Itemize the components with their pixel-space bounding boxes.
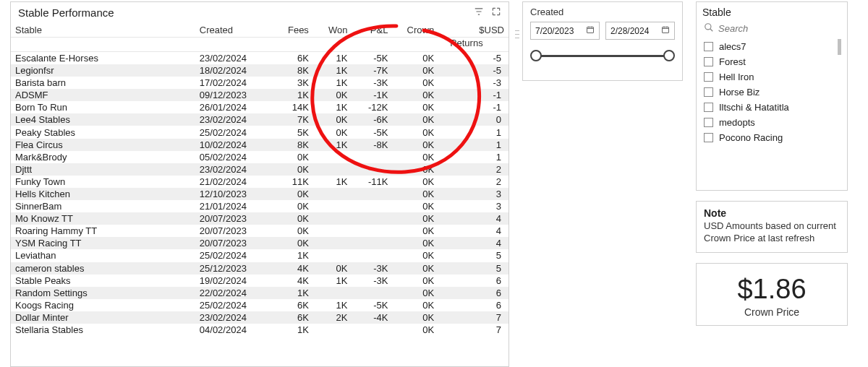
cell-pl: -8K	[352, 139, 392, 151]
stable-list: alecs7ForestHell IronHorse BizIltschi & …	[702, 39, 841, 187]
cell-fees: 11K	[274, 176, 313, 188]
col-fees[interactable]: Fees	[274, 22, 313, 38]
stable-slicer-card: Stable alecs7ForestHell IronHorse BizIlt…	[696, 1, 848, 191]
cell-usd: 7	[438, 311, 509, 324]
stable-search[interactable]	[702, 21, 841, 39]
panel-splitter[interactable]	[515, 27, 519, 53]
table-row[interactable]: Legionfsr18/02/20248K1K-7K0K-5	[11, 64, 509, 77]
table-row[interactable]: Roaring Hammy TT20/07/20230K0K4	[11, 225, 509, 237]
stable-slicer-item[interactable]: Pocono Racing	[702, 130, 841, 145]
table-row[interactable]: Funky Town21/02/202411K1K-11K0K2	[11, 176, 509, 188]
stable-slicer-item[interactable]: Forest	[702, 54, 841, 69]
date-start-value: 7/20/2023	[535, 26, 574, 36]
table-row[interactable]: Djttt23/02/20240K0K2	[11, 163, 509, 176]
table-row[interactable]: Born To Run26/01/202414K1K-12K0K-1	[11, 101, 509, 113]
cell-crown: 0K	[392, 324, 438, 336]
cell-created: 25/12/2023	[195, 262, 275, 275]
cell-pl: -11K	[352, 176, 392, 188]
crown-price-value: $1.86	[704, 274, 840, 305]
note-title: Note	[704, 207, 840, 219]
stable-slicer-item[interactable]: Hell Iron	[702, 69, 841, 85]
date-start-input[interactable]: 7/20/2023	[530, 22, 600, 40]
table-row[interactable]: SinnerBam21/01/20240K0K3	[11, 200, 509, 212]
svg-rect-1	[663, 27, 669, 33]
checkbox[interactable]	[704, 72, 713, 82]
table-row[interactable]: YSM Racing TT20/07/20230K0K4	[11, 237, 509, 249]
checkbox[interactable]	[704, 57, 713, 66]
checkbox[interactable]	[704, 118, 713, 127]
cell-usd: 3	[438, 188, 509, 200]
table-row[interactable]: Stable Peaks19/02/20244K1K-3K0K6	[11, 275, 509, 287]
cell-stable: YSM Racing TT	[11, 237, 195, 249]
table-row[interactable]: Lee4 Stables23/02/20247K0K-6K0K0	[11, 113, 509, 126]
table-row[interactable]: Barista barn17/02/20243K1K-3K0K-3	[11, 77, 509, 89]
table-row[interactable]: Koogs Racing25/02/20246K1K-5K0K6	[11, 299, 509, 311]
cell-usd: 0	[438, 113, 509, 126]
table-row[interactable]: Stellaria Stables04/02/20241K0K7	[11, 324, 509, 336]
date-end-input[interactable]: 2/28/2024	[605, 22, 675, 40]
cell-fees: 1K	[274, 249, 313, 262]
scrollbar[interactable]	[838, 39, 841, 55]
cell-crown: 0K	[392, 287, 438, 299]
stable-slicer-item[interactable]: Horse Biz	[702, 85, 841, 100]
slider-handle-end[interactable]	[663, 50, 675, 61]
stable-slicer-item[interactable]: Iltschi & Hatatitla	[702, 100, 841, 115]
cell-won: 0K	[313, 262, 352, 275]
col-usd[interactable]: $USD	[438, 22, 509, 38]
stable-item-label: Forest	[719, 56, 746, 67]
table-row[interactable]: Leviathan25/02/20241K0K5	[11, 249, 509, 262]
col-pl[interactable]: P&L	[352, 22, 392, 38]
col-created[interactable]: Created	[195, 22, 275, 38]
cell-usd: -5	[438, 64, 509, 77]
cell-created: 23/02/2024	[195, 52, 275, 65]
cell-pl: -5K	[352, 299, 392, 311]
cell-crown: 0K	[392, 249, 438, 262]
date-end-value: 2/28/2024	[610, 26, 649, 36]
calendar-icon	[661, 25, 670, 36]
table-title: Stable Performance	[18, 7, 114, 19]
calendar-icon	[586, 25, 595, 36]
col-crown[interactable]: Crown	[392, 22, 438, 38]
cell-pl	[352, 200, 392, 212]
cell-pl: -12K	[352, 101, 392, 113]
col-stable[interactable]: Stable	[11, 22, 195, 38]
cell-crown: 0K	[392, 101, 438, 113]
checkbox[interactable]	[704, 87, 713, 97]
cell-pl: -6K	[352, 113, 392, 126]
table-row[interactable]: Peaky Stables25/02/20245K0K-5K0K1	[11, 126, 509, 138]
cell-stable: cameron stables	[11, 262, 195, 275]
col-won[interactable]: Won	[313, 22, 352, 38]
checkbox[interactable]	[704, 133, 713, 142]
stable-slicer-item[interactable]: alecs7	[702, 39, 841, 54]
table-row[interactable]: Mark&Brody05/02/20240K0K1	[11, 151, 509, 163]
table-row[interactable]: Escalante E-Horses23/02/20246K1K-5K0K-5	[11, 52, 509, 65]
checkbox[interactable]	[704, 42, 713, 51]
stable-search-input[interactable]	[718, 23, 840, 34]
cell-stable: Stable Peaks	[11, 275, 195, 287]
table-row[interactable]: Hells Kitchen12/10/20230K0K3	[11, 188, 509, 200]
slider-handle-start[interactable]	[530, 50, 542, 61]
cell-fees: 6K	[274, 311, 313, 324]
table-row[interactable]: Mo Knowz TT20/07/20230K0K4	[11, 212, 509, 225]
table-row[interactable]: Flea Circus10/02/20248K1K-8K0K1	[11, 139, 509, 151]
checkbox[interactable]	[704, 103, 713, 112]
cell-won	[313, 225, 352, 237]
svg-rect-0	[587, 27, 594, 33]
focus-mode-icon[interactable]	[491, 7, 501, 19]
table-row[interactable]: Dollar Minter23/02/20246K2K-4K0K7	[11, 311, 509, 324]
cell-crown: 0K	[392, 139, 438, 151]
filter-icon[interactable]	[474, 7, 484, 19]
cell-crown: 0K	[392, 212, 438, 225]
table-row[interactable]: ADSMF09/12/20231K0K-1K0K-1	[11, 89, 509, 101]
cell-created: 21/02/2024	[195, 176, 275, 188]
cell-usd: 1	[438, 139, 509, 151]
cell-fees: 0K	[274, 188, 313, 200]
date-range-slider[interactable]	[530, 50, 675, 61]
stable-slicer-item[interactable]: medopts	[702, 115, 841, 130]
cell-pl	[352, 287, 392, 299]
cell-fees: 0K	[274, 237, 313, 249]
table-row[interactable]: Random Settings22/02/20241K0K6	[11, 287, 509, 299]
cell-created: 21/01/2024	[195, 200, 275, 212]
performance-table[interactable]: Stable Created Fees Won P&L Crown $USD R…	[11, 22, 509, 336]
table-row[interactable]: cameron stables25/12/20234K0K-3K0K5	[11, 262, 509, 275]
